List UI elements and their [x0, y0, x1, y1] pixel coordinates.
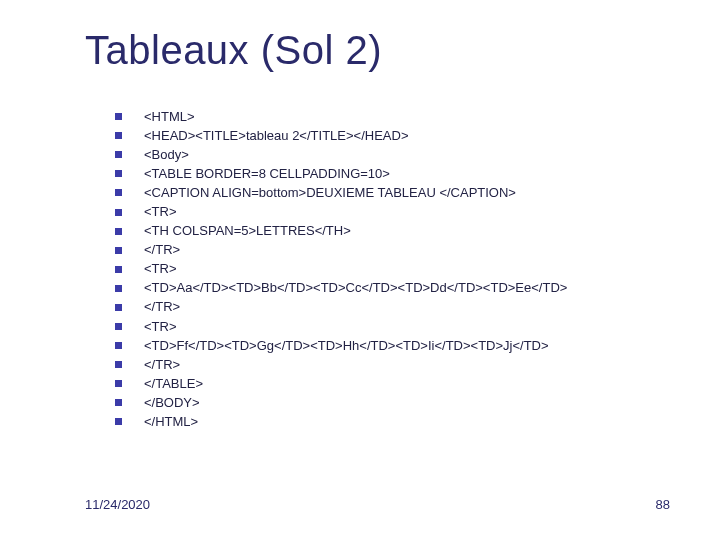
- list-item: <HTML>: [115, 108, 695, 126]
- list-item: <TR>: [115, 318, 695, 336]
- list-item: <TH COLSPAN=5>LETTRES</TH>: [115, 222, 695, 240]
- square-bullet-icon: [115, 342, 122, 349]
- code-line: <TD>Ff</TD><TD>Gg</TD><TD>Hh</TD><TD>Ii<…: [144, 337, 549, 355]
- code-line: <TR>: [144, 203, 177, 221]
- list-item: </TR>: [115, 356, 695, 374]
- code-line: <TR>: [144, 260, 177, 278]
- code-line: </TR>: [144, 241, 180, 259]
- list-item: <TABLE BORDER=8 CELLPADDING=10>: [115, 165, 695, 183]
- footer-date: 11/24/2020: [85, 497, 150, 512]
- square-bullet-icon: [115, 323, 122, 330]
- code-line: <Body>: [144, 146, 189, 164]
- square-bullet-icon: [115, 170, 122, 177]
- slide-title: Tableaux (Sol 2): [85, 28, 382, 73]
- code-line: <TH COLSPAN=5>LETTRES</TH>: [144, 222, 351, 240]
- footer-page-number: 88: [656, 497, 670, 512]
- list-item: </HTML>: [115, 413, 695, 431]
- square-bullet-icon: [115, 189, 122, 196]
- square-bullet-icon: [115, 209, 122, 216]
- square-bullet-icon: [115, 418, 122, 425]
- code-list: <HTML><HEAD><TITLE>tableau 2</TITLE></HE…: [115, 108, 695, 432]
- list-item: </TABLE>: [115, 375, 695, 393]
- square-bullet-icon: [115, 132, 122, 139]
- code-line: </HTML>: [144, 413, 198, 431]
- list-item: <TR>: [115, 260, 695, 278]
- code-line: <HTML>: [144, 108, 195, 126]
- list-item: <TD>Aa</TD><TD>Bb</TD><TD>Cc</TD><TD>Dd<…: [115, 279, 695, 297]
- code-line: <HEAD><TITLE>tableau 2</TITLE></HEAD>: [144, 127, 408, 145]
- list-item: <TR>: [115, 203, 695, 221]
- square-bullet-icon: [115, 113, 122, 120]
- code-line: <TR>: [144, 318, 177, 336]
- square-bullet-icon: [115, 266, 122, 273]
- square-bullet-icon: [115, 151, 122, 158]
- square-bullet-icon: [115, 399, 122, 406]
- list-item: </BODY>: [115, 394, 695, 412]
- code-line: </BODY>: [144, 394, 200, 412]
- list-item: </TR>: [115, 298, 695, 316]
- code-line: <TD>Aa</TD><TD>Bb</TD><TD>Cc</TD><TD>Dd<…: [144, 279, 567, 297]
- list-item: <TD>Ff</TD><TD>Gg</TD><TD>Hh</TD><TD>Ii<…: [115, 337, 695, 355]
- square-bullet-icon: [115, 228, 122, 235]
- square-bullet-icon: [115, 380, 122, 387]
- code-line: <TABLE BORDER=8 CELLPADDING=10>: [144, 165, 390, 183]
- list-item: <Body>: [115, 146, 695, 164]
- square-bullet-icon: [115, 247, 122, 254]
- list-item: <CAPTION ALIGN=bottom>DEUXIEME TABLEAU <…: [115, 184, 695, 202]
- square-bullet-icon: [115, 304, 122, 311]
- code-line: </TABLE>: [144, 375, 203, 393]
- square-bullet-icon: [115, 285, 122, 292]
- code-line: </TR>: [144, 356, 180, 374]
- code-line: <CAPTION ALIGN=bottom>DEUXIEME TABLEAU <…: [144, 184, 516, 202]
- list-item: </TR>: [115, 241, 695, 259]
- code-line: </TR>: [144, 298, 180, 316]
- square-bullet-icon: [115, 361, 122, 368]
- list-item: <HEAD><TITLE>tableau 2</TITLE></HEAD>: [115, 127, 695, 145]
